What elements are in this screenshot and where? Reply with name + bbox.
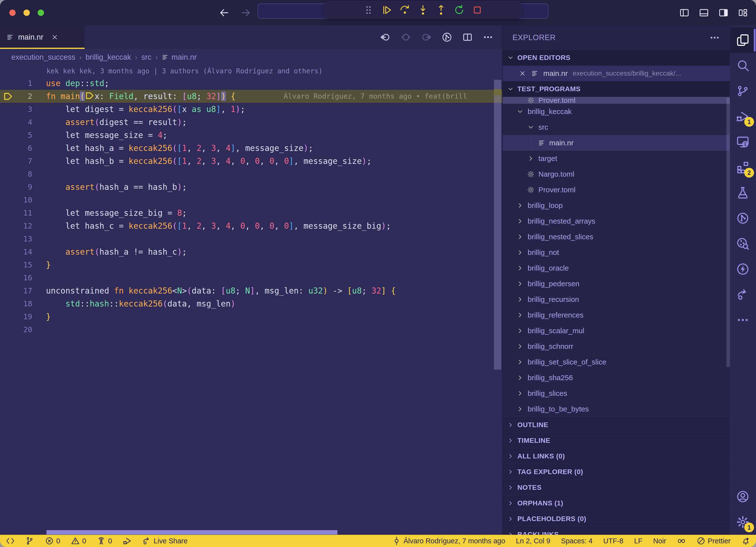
- activity-testing[interactable]: [730, 180, 756, 205]
- nav-forward-circle-icon[interactable]: [421, 32, 432, 43]
- code-line-8[interactable]: 8: [0, 167, 502, 180]
- chevron-right-icon[interactable]: [516, 233, 524, 240]
- close-tab-icon[interactable]: [51, 33, 58, 41]
- history-back-icon[interactable]: [219, 7, 230, 18]
- status-ln-2-col-9[interactable]: Ln 2, Col 9: [516, 537, 550, 545]
- nav-circle-icon[interactable]: [400, 32, 411, 43]
- breadcrumb-item[interactable]: execution_success: [11, 53, 75, 62]
- status-lf[interactable]: LF: [634, 537, 643, 545]
- minimize-window-button[interactable]: [23, 10, 30, 16]
- status-remote[interactable]: [6, 536, 15, 545]
- restart-icon[interactable]: [454, 4, 465, 16]
- section-open-editors[interactable]: OPEN EDITORS: [503, 50, 730, 66]
- tree-item-brillig-oracle[interactable]: brillig_oracle: [503, 260, 730, 276]
- status-copilot[interactable]: [677, 536, 686, 545]
- nav-back-circle-icon[interactable]: [380, 32, 391, 43]
- chevron-right-icon[interactable]: [516, 249, 524, 256]
- tree-item-src[interactable]: src: [503, 119, 730, 135]
- status-commit[interactable]: Álvaro Rodríguez, 7 months ago: [392, 536, 505, 545]
- status-utf-8[interactable]: UTF-8: [603, 537, 623, 545]
- tree-item-brillig-to-be-bytes[interactable]: brillig_to_be_bytes: [503, 401, 730, 417]
- customize-layout-icon[interactable]: [738, 8, 748, 18]
- code-line-2[interactable]: 2fn main(x: Field, result: [u8; 32]) {Ál…: [0, 90, 502, 103]
- tree-item-brillig-nested-arrays[interactable]: brillig_nested_arrays: [503, 213, 730, 229]
- panel-notes[interactable]: NOTES: [503, 480, 730, 495]
- chevron-right-icon[interactable]: [516, 359, 524, 366]
- open-editor-main-nr[interactable]: main.nr execution_success/brillig_keccak…: [503, 66, 730, 81]
- code-line-10[interactable]: 10: [0, 193, 502, 206]
- breadcrumb-item[interactable]: main.nr: [162, 53, 197, 62]
- chevron-right-icon[interactable]: [516, 280, 524, 288]
- panel-tag-explorer-0-[interactable]: TAG EXPLORER (0): [503, 464, 730, 480]
- code-line-16[interactable]: 16: [0, 271, 502, 284]
- section-test-programs[interactable]: TEST_PROGRAMS: [503, 81, 730, 97]
- panel-placeholders-0-[interactable]: PLACEHOLDERS (0): [503, 511, 730, 526]
- breadcrumb-item[interactable]: brillig_keccak: [86, 53, 131, 62]
- status-spaces-4[interactable]: Spaces: 4: [561, 537, 592, 545]
- tree-item-brillig-references[interactable]: brillig_references: [503, 307, 730, 323]
- activity-source-control[interactable]: [730, 78, 756, 104]
- continue-icon[interactable]: [381, 4, 392, 16]
- zoom-window-button[interactable]: [38, 10, 44, 16]
- status-ports-graph[interactable]: [25, 536, 34, 545]
- panel-all-links-0-[interactable]: ALL LINKS (0): [503, 448, 730, 464]
- editor-horizontal-scrollbar[interactable]: [0, 530, 502, 535]
- code-editor[interactable]: kek kek kek, 3 months ago | 3 authors (Á…: [0, 66, 502, 530]
- close-editor-icon[interactable]: [519, 70, 526, 77]
- code-line-3[interactable]: 3 let digest = keccak256([x as u8], 1);: [0, 103, 502, 116]
- toggle-left-panel-icon[interactable]: [679, 8, 689, 18]
- activity-graph[interactable]: [730, 205, 756, 231]
- activity-search[interactable]: [730, 53, 756, 78]
- chevron-right-icon[interactable]: [516, 343, 524, 350]
- panel-timeline[interactable]: TIMELINE: [503, 433, 730, 448]
- code-line-13[interactable]: 13: [0, 232, 502, 245]
- chevron-down-icon[interactable]: [516, 108, 524, 115]
- activity-share[interactable]: [730, 282, 756, 307]
- activity-run-debug[interactable]: 1: [730, 104, 756, 129]
- history-forward-icon[interactable]: [240, 7, 251, 18]
- code-line-5[interactable]: 5 let message_size = 4;: [0, 129, 502, 142]
- panel-backlinks[interactable]: BACKLINKS: [503, 526, 730, 535]
- tab-main-nr[interactable]: main.nr: [0, 25, 85, 49]
- tree-item-brillig-schnorr[interactable]: brillig_schnorr: [503, 339, 730, 354]
- code-line-6[interactable]: 6 let hash_a = keccak256([1, 2, 3, 4], m…: [0, 142, 502, 155]
- close-window-button[interactable]: [9, 10, 16, 16]
- chevron-right-icon[interactable]: [516, 327, 524, 335]
- tree-item-brillig-keccak[interactable]: brillig_keccak: [503, 104, 730, 119]
- status-warning[interactable]: 0: [71, 536, 86, 545]
- code-line-20[interactable]: 20: [0, 323, 502, 336]
- tree-item-target[interactable]: target: [503, 151, 730, 166]
- step-into-icon[interactable]: [417, 4, 429, 16]
- activity-extensions[interactable]: 2: [730, 155, 756, 180]
- activity-explorer[interactable]: [730, 27, 756, 53]
- graph-view-icon[interactable]: [442, 32, 452, 43]
- chevron-right-icon[interactable]: [516, 374, 524, 381]
- code-line-11[interactable]: 11 let message_size_big = 8;: [0, 206, 502, 219]
- tree-item-prover-toml[interactable]: Prover.toml: [503, 97, 730, 104]
- status-debug[interactable]: [123, 536, 132, 545]
- step-over-icon[interactable]: [399, 4, 411, 16]
- activity-account[interactable]: [730, 484, 756, 509]
- code-line-17[interactable]: 17unconstrained fn keccak256<N>(data: [u…: [0, 284, 502, 297]
- code-line-4[interactable]: 4 assert(digest == result);: [0, 116, 502, 129]
- activity-remote-explorer[interactable]: [730, 129, 756, 155]
- breadcrumb-item[interactable]: src: [141, 53, 151, 62]
- tree-item-nargo-toml[interactable]: Nargo.toml: [503, 166, 730, 182]
- code-line-1[interactable]: 1use dep::std;: [0, 77, 502, 90]
- activity-lightning[interactable]: [730, 256, 756, 282]
- code-line-15[interactable]: 15}: [0, 258, 502, 271]
- panel-outline[interactable]: OUTLINE: [503, 417, 730, 433]
- panel-orphans-1-[interactable]: ORPHANS (1): [503, 495, 730, 511]
- stop-icon[interactable]: [472, 4, 483, 16]
- activity-settings[interactable]: 1: [730, 509, 756, 535]
- split-editor-icon[interactable]: [462, 32, 473, 43]
- sidebar-scrollbar[interactable]: [726, 98, 730, 367]
- chevron-right-icon[interactable]: [516, 390, 524, 397]
- chevron-right-icon[interactable]: [516, 202, 524, 209]
- status-liveshare[interactable]: Live Share: [142, 536, 188, 545]
- code-line-18[interactable]: 18 std::hash::keccak256(data, msg_len): [0, 297, 502, 310]
- tree-item-brillig-scalar-mul[interactable]: brillig_scalar_mul: [503, 323, 730, 339]
- explorer-more-icon[interactable]: [709, 32, 720, 43]
- status-error[interactable]: 0: [45, 536, 60, 545]
- code-line-9[interactable]: 9 assert(hash_a == hash_b);: [0, 180, 502, 193]
